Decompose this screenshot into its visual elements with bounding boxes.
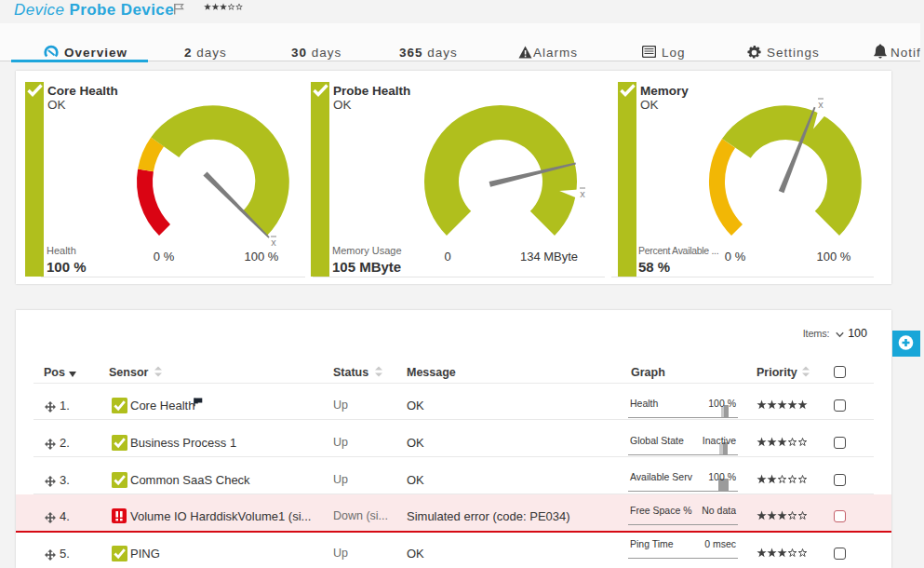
svg-text:x: x [580,188,585,199]
svg-text:x: x [818,99,824,110]
svg-text:x: x [271,237,276,248]
